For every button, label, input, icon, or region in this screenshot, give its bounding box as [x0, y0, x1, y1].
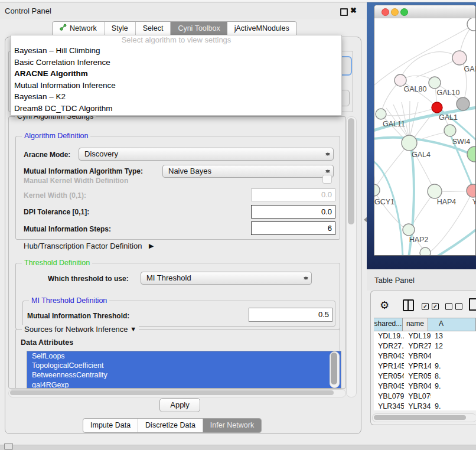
algorithm-option[interactable]: Bayesian – Hill Climbing: [11, 45, 341, 57]
tab-style[interactable]: Style: [105, 22, 136, 35]
table-cell: YBR045C: [404, 381, 431, 392]
network-node[interactable]: [374, 184, 380, 196]
network-node[interactable]: [432, 102, 442, 113]
settings-hscrollbar[interactable]: [8, 389, 346, 397]
collapsed-triangle-icon: ▶: [149, 242, 154, 249]
hub-definition-toggle[interactable]: Hub/Transcription Factor Definition ▶: [24, 242, 154, 250]
kernel-width-field[interactable]: 0.0: [251, 188, 335, 201]
node-label: GCY1: [374, 198, 395, 206]
attribute-item[interactable]: SelfLoops: [27, 351, 341, 361]
network-edge[interactable]: [381, 107, 437, 116]
algorithm-option[interactable]: Basic Correlation Inference: [11, 57, 341, 69]
network-node[interactable]: [376, 109, 386, 119]
tab-network[interactable]: Network: [53, 22, 105, 35]
attribute-item[interactable]: TopologicalCoefficient: [27, 361, 341, 370]
apply-button[interactable]: Apply: [159, 398, 200, 412]
network-node[interactable]: [402, 135, 417, 151]
table-body: YDL19...YDL19...13YDR27...YDR27...12YBR0…: [374, 331, 476, 410]
network-edge[interactable]: [374, 159, 403, 256]
table-row[interactable]: YER054CYER054C8.: [374, 371, 476, 381]
network-window[interactable]: GALGAL80GAL10GAL1GAL11SWI4GAL4GCY1HAP4YH…: [374, 5, 476, 256]
which-threshold-select[interactable]: MI Threshold: [141, 272, 312, 285]
attributes-list-scrollbar[interactable]: [330, 351, 340, 388]
table-panel-title: Table Panel: [374, 276, 415, 285]
deselect-all-checks-icon[interactable]: [445, 303, 462, 310]
manual-kernel-checkbox[interactable]: [322, 175, 332, 184]
table-cell: 9.: [431, 361, 476, 371]
dpi-tolerance-field[interactable]: 0.0: [251, 205, 335, 219]
close-panel-icon[interactable]: ✖: [350, 6, 357, 15]
network-canvas[interactable]: GALGAL80GAL10GAL1GAL11SWI4GAL4GCY1HAP4YH…: [374, 18, 476, 256]
network-edge[interactable]: [431, 225, 476, 256]
table-row[interactable]: YDL19...YDL19...13: [374, 331, 476, 341]
tab-label: Impute Data: [90, 419, 131, 432]
network-edge[interactable]: [374, 190, 407, 231]
column-header[interactable]: A: [428, 318, 476, 331]
kernel-width-label: Kernel Width (0,1):: [24, 191, 86, 200]
network-edge[interactable]: [402, 52, 459, 76]
network-node[interactable]: [429, 77, 441, 89]
tab-impute-data[interactable]: Impute Data: [83, 419, 138, 432]
network-window-titlebar[interactable]: [374, 5, 475, 19]
tab-cyni-toolbox[interactable]: Cyni Toolbox: [171, 22, 227, 35]
mi-type-select[interactable]: Naive Bayes: [162, 165, 334, 178]
table-row[interactable]: YLR345WYLR345W9.: [374, 402, 476, 410]
float-panel-icon[interactable]: [340, 8, 348, 16]
network-node[interactable]: [428, 184, 442, 198]
mi-threshold-label: Mutual Information Threshold:: [27, 312, 129, 320]
column-header[interactable]: name: [403, 318, 428, 331]
algorithm-option[interactable]: Bayesian – K2: [11, 91, 341, 103]
network-node[interactable]: [444, 125, 456, 136]
combo-arrows-icon: [325, 148, 331, 160]
which-threshold-label: Which threshold to use:: [48, 275, 129, 283]
table-cell: 9.: [431, 402, 476, 410]
table-row[interactable]: YBR043CYBR043C: [374, 351, 476, 361]
algorithm-option[interactable]: ARACNE Algorithm: [11, 68, 341, 80]
document-icon[interactable]: [469, 298, 476, 311]
table-row[interactable]: YDR27...YDR27...12: [374, 341, 476, 351]
control-panel-title: Control Panel: [5, 6, 51, 15]
attribute-item[interactable]: BetweennessCentrality: [27, 370, 341, 380]
bottom-status-band: [0, 445, 476, 450]
split-columns-icon[interactable]: [403, 299, 414, 311]
sources-title[interactable]: Sources for Network Inference ▼: [22, 325, 139, 334]
network-node[interactable]: [420, 247, 431, 256]
network-node[interactable]: [403, 224, 415, 236]
control-panel-titlebar: Control Panel: [0, 2, 366, 19]
aracne-mode-select[interactable]: Discovery: [79, 148, 334, 161]
table-cell: 13: [431, 331, 476, 341]
tab-select[interactable]: Select: [136, 22, 171, 35]
mi-threshold-field[interactable]: 0.5: [249, 308, 332, 322]
algorithm-option[interactable]: Mutual Information Inference: [11, 80, 341, 92]
algorithm-option[interactable]: Dream8 DC_TDC Algorithm: [11, 103, 341, 115]
tab-discretize-data[interactable]: Discretize Data: [138, 419, 203, 432]
node-table[interactable]: shared...nameA YDL19...YDL19...13YDR27..…: [374, 318, 476, 410]
tab-jactivemnodules[interactable]: jActiveMNodules: [227, 22, 296, 35]
node-label: GAL11: [383, 120, 405, 128]
zoom-window-icon[interactable]: [400, 8, 408, 16]
table-row[interactable]: YPR145WYPR145W9.: [374, 361, 476, 371]
threshold-definition-title: Threshold Definition: [22, 259, 92, 267]
network-node[interactable]: [452, 51, 467, 65]
mi-steps-field[interactable]: 6: [251, 221, 335, 235]
table-row[interactable]: YBL079WYBL079W: [374, 392, 476, 402]
attribute-item[interactable]: gal4RGexp: [27, 380, 341, 389]
table-row[interactable]: YBR045CYBR045C9.: [374, 381, 476, 392]
column-header[interactable]: shared...: [374, 318, 403, 331]
gear-icon[interactable]: ⚙: [380, 300, 389, 311]
network-node[interactable]: [467, 18, 476, 31]
data-attributes-list[interactable]: SelfLoopsTopologicalCoefficientBetweenne…: [27, 351, 341, 389]
select-all-checks-icon[interactable]: ✓✓: [422, 303, 439, 310]
table-cell: YBR043C: [404, 351, 431, 361]
network-node[interactable]: [395, 74, 406, 86]
corner-panel-icon[interactable]: [4, 443, 13, 450]
node-label: GAL1: [439, 113, 458, 122]
settings-vscrollbar[interactable]: [346, 116, 357, 397]
minimize-window-icon[interactable]: [391, 8, 399, 16]
table-hscrollbar[interactable]: [372, 413, 476, 422]
close-window-icon[interactable]: [382, 8, 389, 16]
network-node[interactable]: [467, 184, 476, 197]
network-node[interactable]: [467, 146, 476, 162]
tab-infer-network[interactable]: Infer Network: [203, 419, 261, 432]
network-node[interactable]: [457, 97, 470, 110]
